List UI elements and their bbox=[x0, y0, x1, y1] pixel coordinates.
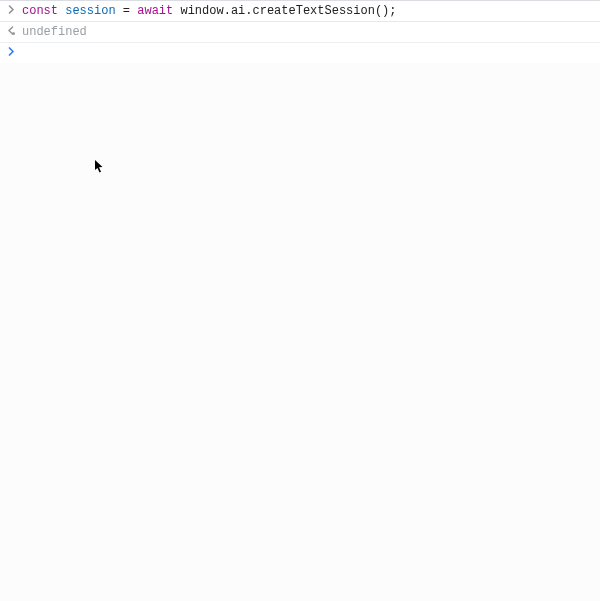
code-token: const bbox=[22, 4, 58, 18]
console-panel: const session = await window.ai.createTe… bbox=[0, 0, 600, 63]
code-token: session bbox=[65, 4, 115, 18]
prompt-chevron-icon bbox=[4, 46, 18, 56]
mouse-cursor-icon bbox=[95, 160, 105, 174]
console-input-code: const session = await window.ai.createTe… bbox=[18, 4, 600, 18]
console-input[interactable] bbox=[18, 46, 600, 60]
code-token: await bbox=[137, 4, 173, 18]
console-prompt-row[interactable] bbox=[0, 43, 600, 63]
code-token: window.ai.createTextSession(); bbox=[173, 4, 396, 18]
console-output-value: undefined bbox=[18, 25, 600, 39]
output-chevron-icon bbox=[4, 25, 18, 35]
input-chevron-icon bbox=[4, 4, 18, 14]
console-input-row[interactable]: const session = await window.ai.createTe… bbox=[0, 1, 600, 22]
console-output-row: undefined bbox=[0, 22, 600, 43]
output-dot-icon bbox=[12, 32, 15, 35]
code-token: = bbox=[116, 4, 138, 18]
